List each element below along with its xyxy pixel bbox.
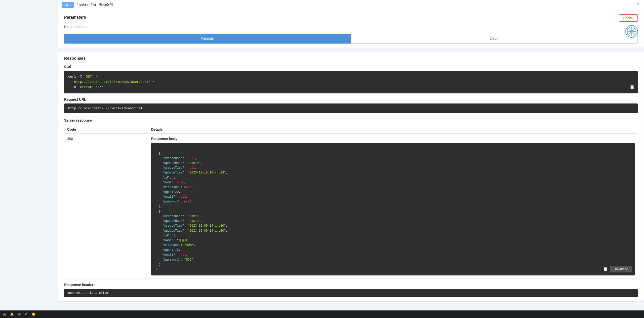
response-code: 200: [67, 137, 73, 141]
parameters-header: Parameters Cancel: [64, 14, 638, 22]
bottom-chinese[interactable]: 简: [18, 312, 21, 316]
curl-block: curl -X 'GET' \ 'http://localhost:9527/x…: [64, 71, 638, 93]
details-header: Details: [148, 125, 638, 134]
headers-code-block: connection: keep-alive: [64, 289, 638, 297]
request-url-text: http://localhost:9527/xm/sys/user/list: [68, 107, 143, 110]
curl-copy-icon[interactable]: 📋: [630, 84, 635, 91]
side-logo-icon: [625, 25, 638, 38]
response-actions: 📋 Download: [603, 266, 632, 272]
clear-button[interactable]: Clear: [351, 34, 638, 44]
url-block: http://localhost:9527/xm/sys/user/list: [64, 103, 638, 113]
api-path-text: /sys/user/list: [77, 3, 96, 7]
execute-button[interactable]: Execute: [64, 34, 351, 44]
no-params-text: No parameters: [64, 25, 638, 29]
bottom-bar: 英 🔔 简 ⚙ 😊: [0, 310, 644, 318]
code-header: Code: [64, 125, 148, 134]
response-headers-label: Response headers: [64, 283, 638, 287]
api-path: /sys/user/list 查询全部: [77, 3, 636, 7]
response-body-container: Response body [ { "createUser": null, "u…: [151, 137, 635, 275]
collapse-icon[interactable]: ⌃: [636, 2, 640, 8]
action-buttons: Execute Clear: [64, 34, 638, 44]
copy-response-button[interactable]: 📋: [603, 266, 608, 272]
bottom-bell-icon[interactable]: 🔔: [10, 312, 14, 316]
parameters-section: Parameters Cancel No parameters Execute …: [58, 10, 644, 48]
main-container: GET /sys/user/list 查询全部 ⌃ Parameters Can…: [58, 0, 644, 302]
response-code-block: [ { "createUser": null, "updateUser": "a…: [151, 143, 635, 275]
responses-title: Responses: [64, 56, 638, 61]
request-url-label: Request URL: [64, 97, 638, 101]
response-headers-wrapper: Response headers connection: keep-alive: [64, 283, 638, 297]
bottom-lang[interactable]: 英: [3, 312, 6, 316]
responses-section: Responses Curl curl -X 'GET' \ 'http://l…: [58, 52, 644, 302]
api-description: 查询全部: [99, 3, 113, 7]
top-bar: GET /sys/user/list 查询全部 ⌃: [58, 0, 644, 10]
headers-content: connection: keep-alive: [68, 291, 108, 295]
curl-label: Curl: [64, 65, 638, 69]
download-button[interactable]: Download: [610, 266, 632, 272]
bottom-emoji-icon[interactable]: 😊: [32, 312, 35, 316]
parameters-title: Parameters: [64, 15, 86, 21]
curl-line1: curl -X: [68, 75, 84, 79]
server-response-label: Server response: [64, 118, 638, 122]
response-body-label: Response body: [151, 137, 635, 141]
bottom-settings-icon[interactable]: ⚙: [25, 312, 28, 316]
response-table: Code Details 200 Response body [ { "crea…: [64, 125, 638, 279]
table-row: 200 Response body [ { "createUser": null…: [64, 134, 638, 279]
method-badge: GET: [62, 2, 74, 8]
cancel-button[interactable]: Cancel: [619, 14, 638, 22]
